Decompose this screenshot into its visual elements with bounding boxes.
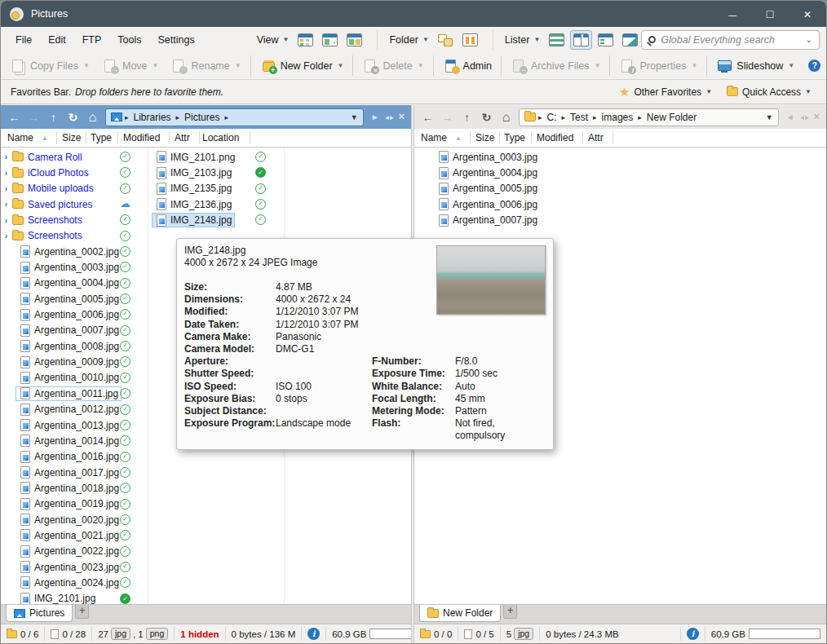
column-header[interactable]: Attr xyxy=(588,132,604,143)
left-folder-tab[interactable]: Pictures xyxy=(6,605,73,622)
column-header[interactable]: Modified xyxy=(537,132,573,143)
other-favorites-button[interactable]: Other Favorites ▼ xyxy=(614,83,717,101)
file-row[interactable]: Argentina_0016.jpg xyxy=(1,449,148,465)
column-header[interactable]: Name xyxy=(7,132,33,143)
info-icon[interactable] xyxy=(687,628,699,640)
expand-chevron-icon[interactable] xyxy=(1,169,11,178)
folder-sync-button[interactable] xyxy=(459,30,481,50)
toolbar-button[interactable]: Delete ▼ xyxy=(352,55,430,76)
breadcrumb-dropdown-icon[interactable]: ▼ xyxy=(766,113,773,121)
view-details-mode-button[interactable] xyxy=(319,30,341,50)
close-pane-icon[interactable] xyxy=(813,112,820,121)
right-breadcrumb[interactable]: C:TestimagesNew Folder ▼ xyxy=(519,108,779,126)
expand-chevron-icon[interactable] xyxy=(1,184,11,193)
right-folder-tab[interactable]: New Folder xyxy=(419,605,501,622)
file-row[interactable]: Argentina_0005.jpg xyxy=(1,291,148,307)
view-list-mode-button[interactable] xyxy=(294,30,316,50)
column-header[interactable]: Attr xyxy=(175,132,190,143)
folder-row[interactable]: Screenshots xyxy=(1,228,148,244)
view-menu-button[interactable]: View▼ xyxy=(254,32,293,48)
file-row[interactable]: Argentina_0004.jpg xyxy=(1,276,148,291)
breadcrumb-segment[interactable]: Pictures xyxy=(182,112,222,123)
file-row[interactable]: Argentina_0018.jpg xyxy=(1,480,148,496)
file-row[interactable]: IMG_2135.jpg xyxy=(149,181,281,196)
expand-chevron-icon[interactable] xyxy=(1,152,11,161)
up-icon[interactable] xyxy=(44,111,63,124)
column-header[interactable]: Type xyxy=(91,132,112,143)
file-row[interactable]: IMG_2103.jpg xyxy=(149,165,281,180)
lister-menu-button[interactable]: Lister▼ xyxy=(502,32,544,48)
file-row[interactable]: Argentina_0011.jpg xyxy=(1,386,148,401)
menu-item[interactable]: FTP xyxy=(74,31,110,49)
global-search-input[interactable]: Global Everything search ⌄ xyxy=(641,30,820,50)
up-icon[interactable] xyxy=(458,111,476,124)
expand-chevron-icon[interactable] xyxy=(1,200,11,209)
toolbar-button[interactable]: New Folder ▼ xyxy=(250,55,351,76)
column-header[interactable]: Modified xyxy=(123,132,160,143)
column-header[interactable]: Type xyxy=(504,132,525,143)
file-row[interactable]: Argentina_0007.jpg xyxy=(414,212,826,227)
column-header[interactable]: Size xyxy=(62,132,81,143)
file-type-badge[interactable]: jpg xyxy=(514,628,533,640)
menu-item[interactable]: Tools xyxy=(109,31,149,49)
file-row[interactable]: Argentina_0012.jpg xyxy=(1,402,148,417)
column-header[interactable]: Name xyxy=(421,132,447,143)
swap-panes-icon[interactable] xyxy=(799,112,809,121)
split-right-icon[interactable] xyxy=(371,112,379,121)
quick-access-button[interactable]: Quick Access ▼ xyxy=(722,85,816,99)
toolbar-button[interactable]: Admin ▼ xyxy=(433,55,498,76)
info-icon[interactable] xyxy=(307,628,320,640)
file-row[interactable]: Argentina_0005.jpg xyxy=(414,181,826,196)
lister-single-display-button[interactable] xyxy=(546,30,568,50)
forward-icon[interactable] xyxy=(24,111,43,124)
toolbar-button[interactable]: Properties ▼ xyxy=(609,55,704,76)
file-row[interactable]: Argentina_0006.jpg xyxy=(1,307,148,322)
back-icon[interactable] xyxy=(5,111,24,124)
file-row[interactable]: IMG_2136.jpg xyxy=(149,196,281,212)
toolbar-button[interactable]: Rename ▼ xyxy=(165,55,247,76)
close-button[interactable] xyxy=(789,1,826,27)
add-tab-button[interactable] xyxy=(75,605,89,619)
file-row[interactable]: Argentina_0007.jpg xyxy=(1,323,148,338)
file-row[interactable]: Argentina_0004.jpg xyxy=(414,165,826,180)
home-icon[interactable] xyxy=(497,110,515,125)
forward-icon[interactable] xyxy=(438,111,457,124)
toolbar-button[interactable]: Help ▼ xyxy=(801,55,827,76)
folder-menu-button[interactable]: Folder▼ xyxy=(386,32,431,48)
toolbar-button[interactable]: Slideshow ▼ xyxy=(706,55,801,76)
refresh-icon[interactable] xyxy=(477,111,496,124)
close-pane-icon[interactable] xyxy=(398,112,405,121)
breadcrumb-segment[interactable]: C: xyxy=(545,112,559,123)
folder-row[interactable]: Screenshots xyxy=(1,212,148,227)
column-header[interactable]: Size xyxy=(475,132,494,143)
file-row[interactable]: Argentina_0003.jpg xyxy=(414,149,826,165)
column-header[interactable]: Location xyxy=(202,132,239,143)
file-row[interactable]: Argentina_0009.jpg xyxy=(1,354,148,369)
file-type-badge[interactable]: jpg xyxy=(111,628,130,640)
folder-row[interactable]: Camera Roll xyxy=(1,149,148,165)
file-row[interactable]: Argentina_0017.jpg xyxy=(1,465,148,480)
file-row[interactable]: Argentina_0010.jpg xyxy=(1,370,148,386)
toolbar-button[interactable]: Archive Files ▼ xyxy=(501,55,607,76)
lister-details-button[interactable] xyxy=(595,30,617,50)
file-row[interactable]: Argentina_0023.jpg xyxy=(1,559,148,575)
left-breadcrumb[interactable]: LibrariesPictures ▼ xyxy=(105,108,364,126)
lister-dual-vertical-button[interactable] xyxy=(570,30,592,50)
file-row[interactable]: Argentina_0020.jpg xyxy=(1,512,148,527)
breadcrumb-segment[interactable]: Test xyxy=(568,112,590,123)
chevron-down-icon[interactable]: ⌄ xyxy=(806,35,812,44)
lister-viewer-pane-button[interactable] xyxy=(619,30,641,50)
file-row[interactable]: Argentina_0013.jpg xyxy=(1,417,148,433)
file-row[interactable]: Argentina_0006.jpg xyxy=(414,196,826,212)
file-row[interactable]: Argentina_0003.jpg xyxy=(1,259,148,275)
toolbar-button[interactable]: Move ▼ xyxy=(96,55,166,76)
hidden-count[interactable]: 1 hidden xyxy=(180,629,219,639)
view-thumbnails-mode-button[interactable] xyxy=(343,30,365,50)
refresh-icon[interactable] xyxy=(64,111,82,124)
maximize-button[interactable] xyxy=(751,1,789,27)
expand-chevron-icon[interactable] xyxy=(1,232,11,240)
home-icon[interactable] xyxy=(83,110,102,125)
folder-row[interactable]: Mobile uploads xyxy=(1,181,148,196)
add-tab-button[interactable] xyxy=(503,605,517,619)
folder-row[interactable]: iCloud Photos xyxy=(1,165,148,180)
